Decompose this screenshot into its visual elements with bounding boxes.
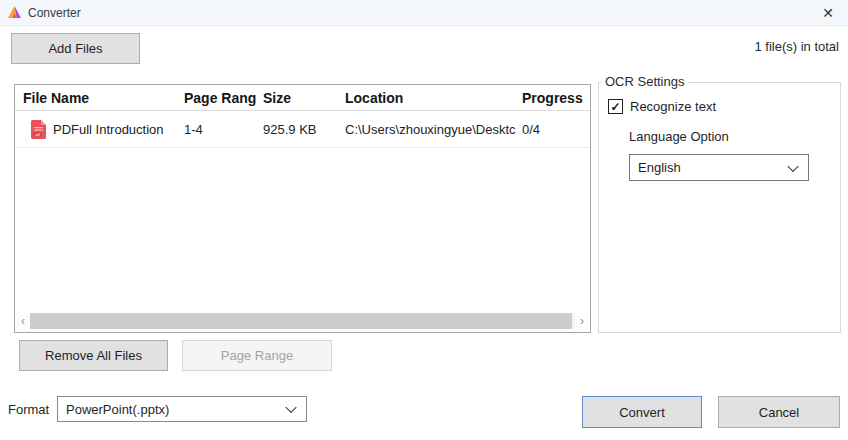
cancel-button[interactable]: Cancel bbox=[718, 396, 840, 428]
scroll-left-icon[interactable]: ‹ bbox=[16, 313, 30, 329]
chevron-down-icon bbox=[787, 160, 798, 171]
language-select[interactable]: English bbox=[629, 154, 809, 181]
format-value: PowerPoint(.pptx) bbox=[66, 402, 169, 417]
file-size: 925.9 KB bbox=[263, 122, 345, 137]
app-logo-icon bbox=[8, 6, 21, 19]
ocr-settings-group: OCR Settings ✓ Recognize text Language O… bbox=[598, 82, 841, 333]
table-header: File Name Page Rang Size Location Progre… bbox=[15, 85, 590, 111]
file-location: C:\Users\zhouxingyue\Desktc bbox=[345, 122, 522, 137]
scroll-right-icon[interactable]: › bbox=[575, 313, 589, 329]
format-label: Format bbox=[8, 402, 49, 417]
page-range-button: Page Range bbox=[182, 340, 332, 371]
scrollbar-thumb[interactable] bbox=[30, 313, 572, 329]
converter-dialog: Converter ✕ Add Files 1 file(s) in total… bbox=[0, 0, 848, 440]
file-count-label: 1 file(s) in total bbox=[754, 39, 839, 54]
file-page-range: 1-4 bbox=[184, 122, 263, 137]
column-progress[interactable]: Progress bbox=[522, 90, 590, 106]
format-select[interactable]: PowerPoint(.pptx) bbox=[57, 396, 307, 422]
convert-button[interactable]: Convert bbox=[582, 396, 702, 428]
file-progress: 0/4 bbox=[522, 122, 590, 137]
svg-text:pdf: pdf bbox=[35, 132, 40, 136]
language-option-label: Language Option bbox=[629, 129, 729, 144]
file-name: PDFull Introduction bbox=[53, 122, 164, 137]
column-file-name[interactable]: File Name bbox=[23, 90, 184, 106]
table-row[interactable]: pdf PDFull Introduction 1-4 925.9 KB C:\… bbox=[15, 111, 590, 148]
recognize-text-checkbox[interactable]: ✓ Recognize text bbox=[608, 99, 716, 114]
pdf-file-icon: pdf bbox=[31, 120, 46, 139]
titlebar: Converter ✕ bbox=[0, 0, 848, 26]
column-location[interactable]: Location bbox=[345, 90, 522, 106]
language-value: English bbox=[638, 160, 681, 175]
chevron-down-icon bbox=[285, 402, 296, 413]
checkmark-icon[interactable]: ✓ bbox=[608, 99, 623, 114]
horizontal-scrollbar[interactable]: ‹ › bbox=[16, 313, 589, 329]
column-size[interactable]: Size bbox=[263, 90, 345, 106]
column-page-range[interactable]: Page Rang bbox=[184, 90, 263, 106]
close-icon[interactable]: ✕ bbox=[814, 0, 842, 26]
file-table: File Name Page Rang Size Location Progre… bbox=[14, 84, 591, 333]
window-title: Converter bbox=[28, 6, 81, 20]
remove-all-files-button[interactable]: Remove All Files bbox=[19, 340, 168, 371]
add-files-button[interactable]: Add Files bbox=[11, 33, 140, 64]
ocr-settings-label: OCR Settings bbox=[601, 74, 688, 89]
recognize-text-label: Recognize text bbox=[630, 99, 716, 114]
